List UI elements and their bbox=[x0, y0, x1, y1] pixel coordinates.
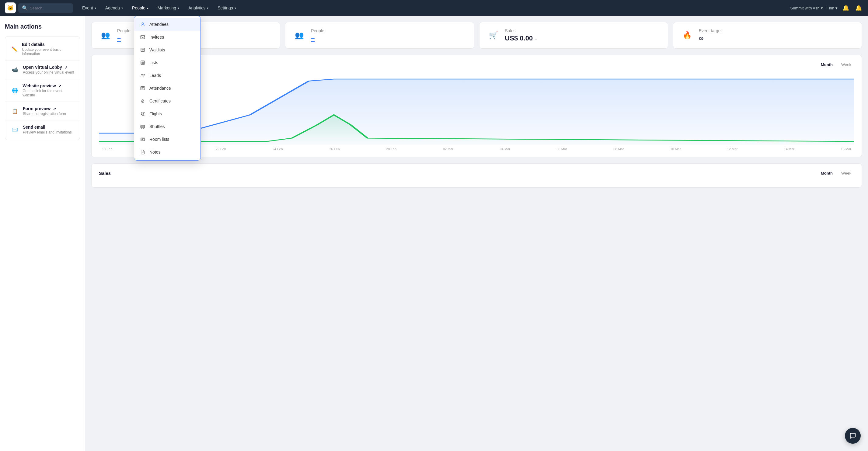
dropdown-item-notes[interactable]: Notes bbox=[134, 146, 200, 158]
sales-toggle-week[interactable]: Week bbox=[838, 170, 854, 177]
shuttles-icon bbox=[140, 124, 146, 130]
main-actions-card: ✏️ Edit details Update your event basic … bbox=[5, 36, 80, 140]
top-navigation: 🐱 🔍 Event ▾ Agenda ▾ People ▴ Marketing … bbox=[0, 0, 868, 16]
chart-toggle-week[interactable]: Week bbox=[838, 61, 854, 68]
svg-rect-1 bbox=[141, 36, 145, 39]
chevron-down-icon: ▾ bbox=[821, 6, 823, 10]
attendees-icon bbox=[140, 21, 146, 27]
nav-item-agenda[interactable]: Agenda ▾ bbox=[101, 3, 127, 13]
chevron-down-icon: ▾ bbox=[207, 6, 208, 10]
people-icon: 👥 bbox=[293, 29, 306, 42]
globe-icon: 🌐 bbox=[11, 86, 19, 95]
dropdown-item-flights[interactable]: Flights bbox=[134, 107, 200, 120]
room-lists-icon bbox=[140, 136, 146, 142]
sales-chart-header: Month Week bbox=[818, 170, 854, 177]
sales-toggle-month[interactable]: Month bbox=[818, 170, 836, 177]
sidebar-item-form-preview[interactable]: 📋 Form preview ↗ Share the registration … bbox=[5, 102, 80, 121]
notification-icon[interactable]: 🔔 bbox=[841, 3, 850, 12]
dropdown-item-shuttles[interactable]: Shuttles bbox=[134, 120, 200, 133]
svg-point-0 bbox=[142, 23, 143, 24]
chevron-down-icon: ▾ bbox=[235, 6, 236, 10]
stat-card-people2: 👥 People – bbox=[285, 22, 474, 49]
nav-item-marketing[interactable]: Marketing ▾ bbox=[153, 3, 183, 13]
nav-item-people[interactable]: People ▴ bbox=[128, 3, 153, 13]
chevron-down-icon: ▾ bbox=[835, 6, 838, 10]
chart-labels: 18 Feb 20 Feb 22 Feb 24 Feb 26 Feb 28 Fe… bbox=[99, 147, 854, 151]
stat-card-sales: 🛒 Sales US$ 0.00 – bbox=[479, 22, 668, 49]
cart-icon: 🛒 bbox=[487, 29, 500, 42]
video-icon: 📹 bbox=[11, 65, 19, 74]
user-profile[interactable]: Finn ▾ bbox=[827, 6, 838, 10]
sidebar-item-website-preview[interactable]: 🌐 Website preview ↗ Get the link for the… bbox=[5, 79, 80, 102]
sidebar: Main actions ✏️ Edit details Update your… bbox=[0, 16, 85, 451]
sidebar-item-send-email[interactable]: ✉️ Send email Preview emails and invitat… bbox=[5, 121, 80, 139]
email-icon: ✉️ bbox=[11, 125, 19, 134]
chart-toggle-month[interactable]: Month bbox=[818, 61, 836, 68]
people-dropdown-menu: Attendees Invitees Waitlists Lists bbox=[134, 16, 201, 161]
notes-icon bbox=[140, 149, 146, 155]
certificates-icon bbox=[140, 98, 146, 104]
search-box[interactable]: 🔍 bbox=[18, 3, 73, 13]
attendance-icon bbox=[140, 85, 146, 91]
nav-item-settings[interactable]: Settings ▾ bbox=[213, 3, 240, 13]
chevron-down-icon: ▾ bbox=[121, 6, 123, 10]
invitees-icon bbox=[140, 34, 146, 40]
sidebar-title: Main actions bbox=[5, 23, 80, 30]
external-link-icon: ↗ bbox=[58, 84, 61, 88]
app-logo[interactable]: 🐱 bbox=[5, 2, 16, 13]
dropdown-item-leads[interactable]: Leads bbox=[134, 69, 200, 82]
sales-chart-title: Sales bbox=[99, 171, 111, 176]
chevron-down-icon: ▾ bbox=[178, 6, 179, 10]
registrations-chart bbox=[99, 72, 854, 145]
external-link-icon: ↗ bbox=[64, 65, 67, 70]
event-name-selector[interactable]: Summit with Ash ▾ bbox=[790, 6, 823, 10]
registrations-chart-card: Month Week bbox=[91, 55, 862, 157]
chevron-down-icon: ▾ bbox=[95, 6, 96, 10]
dropdown-item-attendance[interactable]: Attendance bbox=[134, 82, 200, 95]
nav-item-analytics[interactable]: Analytics ▾ bbox=[184, 3, 213, 13]
search-input[interactable] bbox=[30, 6, 69, 10]
main-content: 👥 People – 👥 People – 🛒 Sales US$ 0.00 – bbox=[85, 16, 868, 451]
search-icon: 🔍 bbox=[22, 5, 28, 11]
waitlists-icon bbox=[140, 47, 146, 53]
page-layout: Main actions ✏️ Edit details Update your… bbox=[0, 16, 868, 451]
dropdown-item-attendees[interactable]: Attendees bbox=[134, 18, 200, 31]
chevron-up-icon: ▴ bbox=[147, 6, 149, 10]
nav-items: Event ▾ Agenda ▾ People ▴ Marketing ▾ An… bbox=[78, 3, 788, 13]
sidebar-item-edit-details[interactable]: ✏️ Edit details Update your event basic … bbox=[5, 38, 80, 61]
dropdown-item-certificates[interactable]: Certificates bbox=[134, 95, 200, 107]
stat-card-event-target: 🔥 Event target ∞ bbox=[673, 22, 862, 49]
chart-svg bbox=[99, 72, 854, 145]
chat-button[interactable] bbox=[845, 428, 861, 444]
dropdown-item-waitlists[interactable]: Waitlists bbox=[134, 43, 200, 56]
nav-item-event[interactable]: Event ▾ bbox=[78, 3, 100, 13]
sales-chart-card: Sales Month Week bbox=[91, 163, 862, 188]
nav-right: Summit with Ash ▾ Finn ▾ 🔔 🔔 bbox=[790, 3, 863, 12]
dropdown-item-invitees[interactable]: Invitees bbox=[134, 31, 200, 43]
leads-icon bbox=[140, 72, 146, 78]
sidebar-item-virtual-lobby[interactable]: 📹 Open Virtual Lobby ↗ Access your onlin… bbox=[5, 61, 80, 79]
alert-icon[interactable]: 🔔 bbox=[854, 3, 863, 12]
people-icon: 👥 bbox=[99, 29, 112, 42]
dropdown-item-lists[interactable]: Lists bbox=[134, 56, 200, 69]
edit-icon: ✏️ bbox=[11, 45, 18, 53]
stats-row: 👥 People – 👥 People – 🛒 Sales US$ 0.00 – bbox=[91, 22, 862, 49]
logo-icon: 🐱 bbox=[7, 5, 14, 11]
dropdown-item-room-lists[interactable]: Room lists bbox=[134, 133, 200, 146]
svg-point-12 bbox=[144, 74, 145, 75]
external-link-icon: ↗ bbox=[53, 107, 56, 111]
target-icon: 🔥 bbox=[681, 29, 694, 42]
chart-header: Month Week bbox=[99, 61, 854, 68]
flights-icon bbox=[140, 111, 146, 117]
lists-icon bbox=[140, 60, 146, 66]
svg-point-10 bbox=[142, 74, 143, 75]
clipboard-icon: 📋 bbox=[11, 107, 19, 115]
